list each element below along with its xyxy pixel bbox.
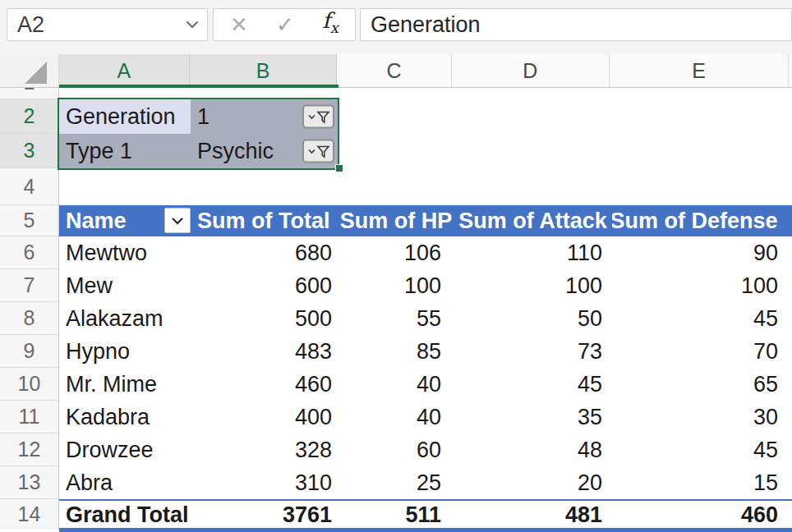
generation-filter-button[interactable] bbox=[302, 105, 334, 129]
row-header-2[interactable]: 2 bbox=[0, 99, 58, 134]
cell-reference: A2 bbox=[17, 12, 44, 38]
row-1[interactable] bbox=[59, 88, 792, 99]
attack-cell[interactable]: 50 bbox=[454, 302, 612, 335]
row-header-9[interactable]: 9 bbox=[0, 335, 58, 368]
filter-funnel-icon bbox=[307, 109, 330, 124]
cancel-icon[interactable]: ✕ bbox=[230, 9, 248, 40]
name-filter-dropdown-button[interactable] bbox=[164, 208, 191, 233]
hp-cell[interactable]: 60 bbox=[338, 433, 454, 466]
fill-handle[interactable] bbox=[335, 164, 343, 172]
defense-cell[interactable]: 30 bbox=[612, 401, 792, 433]
hp-cell[interactable]: 55 bbox=[338, 302, 454, 335]
name-cell[interactable]: Mew bbox=[59, 269, 191, 302]
pivot-data-row: Drowzee 328 60 48 45 bbox=[59, 433, 792, 466]
filter-funnel-icon bbox=[307, 144, 330, 158]
row-4[interactable] bbox=[59, 168, 792, 205]
cell-B2-filter-value[interactable]: 1 bbox=[191, 99, 338, 134]
total-cell[interactable]: 680 bbox=[191, 236, 338, 269]
formula-input[interactable]: Generation bbox=[360, 8, 792, 41]
total-cell[interactable]: 460 bbox=[191, 368, 338, 401]
attack-cell[interactable]: 100 bbox=[454, 269, 612, 302]
pivot-header-hp[interactable]: Sum of HP bbox=[338, 205, 454, 236]
chevron-down-icon bbox=[171, 217, 184, 225]
name-cell[interactable]: Abra bbox=[59, 466, 191, 499]
attack-cell[interactable]: 35 bbox=[454, 401, 612, 433]
attack-cell[interactable]: 73 bbox=[454, 335, 612, 368]
attack-cell[interactable]: 45 bbox=[454, 368, 612, 401]
type1-filter-button[interactable] bbox=[302, 140, 334, 163]
formula-bar-area: A2 ✕ ✓ fx Generation bbox=[0, 0, 792, 54]
confirm-icon[interactable]: ✓ bbox=[276, 9, 294, 40]
hp-cell[interactable]: 40 bbox=[338, 368, 454, 401]
column-header-B[interactable]: B bbox=[190, 54, 337, 87]
total-cell[interactable]: 483 bbox=[191, 335, 338, 368]
defense-cell[interactable]: 45 bbox=[612, 302, 792, 335]
total-cell[interactable]: 310 bbox=[191, 466, 338, 499]
row-header-4[interactable]: 4 bbox=[0, 168, 58, 205]
defense-cell[interactable]: 15 bbox=[612, 466, 792, 499]
hp-cell[interactable]: 25 bbox=[338, 466, 454, 499]
pivot-data-row: Abra 310 25 20 15 bbox=[59, 466, 792, 499]
defense-cell[interactable]: 100 bbox=[612, 269, 792, 302]
total-cell[interactable]: 500 bbox=[191, 302, 338, 335]
row-header-3[interactable]: 3 bbox=[0, 134, 58, 168]
row-header-6[interactable]: 6 bbox=[0, 236, 58, 269]
name-box[interactable]: A2 bbox=[7, 8, 208, 41]
pivot-header-total[interactable]: Sum of Total bbox=[191, 205, 338, 236]
column-header-D[interactable]: D bbox=[452, 54, 610, 87]
grand-total-label[interactable]: Grand Total bbox=[59, 501, 191, 530]
total-cell[interactable]: 400 bbox=[191, 401, 338, 433]
row-header-13[interactable]: 13 bbox=[0, 466, 58, 499]
attack-cell[interactable]: 110 bbox=[454, 236, 612, 269]
row-header-12[interactable]: 12 bbox=[0, 433, 58, 466]
name-cell[interactable]: Hypno bbox=[59, 335, 191, 368]
column-header-E[interactable]: E bbox=[610, 54, 789, 87]
grand-total-hp[interactable]: 511 bbox=[338, 501, 454, 530]
name-cell[interactable]: Kadabra bbox=[59, 401, 191, 433]
hp-cell[interactable]: 40 bbox=[338, 401, 454, 433]
total-cell[interactable]: 328 bbox=[191, 433, 338, 466]
cells-area: Generation 1 Type 1 Psychic bbox=[59, 88, 792, 532]
pivot-header-name[interactable]: Name bbox=[59, 205, 191, 236]
cell-A2-filter-label[interactable]: Generation bbox=[59, 99, 191, 134]
pivot-data-row: Mr. Mime 460 40 45 65 bbox=[59, 368, 792, 401]
row-header-5[interactable]: 5 bbox=[0, 205, 58, 236]
select-all-triangle-icon bbox=[25, 62, 47, 84]
attack-cell[interactable]: 48 bbox=[454, 433, 612, 466]
defense-cell[interactable]: 45 bbox=[612, 433, 792, 466]
column-header-A[interactable]: A bbox=[59, 54, 190, 87]
row-header-1[interactable]: 1 bbox=[0, 88, 58, 99]
pivot-data-row: Mew 600 100 100 100 bbox=[59, 269, 792, 302]
row-header-14[interactable]: 14 bbox=[0, 499, 58, 530]
defense-cell[interactable]: 70 bbox=[612, 335, 792, 368]
sheet-grid: 1 2 3 4 5 6 7 8 9 10 11 12 13 14 Generat… bbox=[0, 88, 792, 532]
hp-cell[interactable]: 106 bbox=[338, 236, 454, 269]
defense-cell[interactable]: 65 bbox=[612, 368, 792, 401]
row-header-10[interactable]: 10 bbox=[0, 368, 58, 401]
cell-B3-filter-value[interactable]: Psychic bbox=[191, 134, 338, 168]
select-all-button[interactable] bbox=[0, 54, 59, 87]
name-cell[interactable]: Alakazam bbox=[59, 302, 191, 335]
pivot-header-defense[interactable]: Sum of Defense bbox=[612, 205, 792, 236]
grand-total-attack[interactable]: 481 bbox=[454, 501, 612, 530]
name-box-chevron-icon[interactable] bbox=[186, 21, 199, 29]
name-cell[interactable]: Mewtwo bbox=[59, 236, 191, 269]
hp-cell[interactable]: 100 bbox=[338, 269, 454, 302]
attack-cell[interactable]: 20 bbox=[454, 466, 612, 499]
row-header-7[interactable]: 7 bbox=[0, 269, 58, 302]
name-cell[interactable]: Drowzee bbox=[59, 433, 191, 466]
grand-total-total[interactable]: 3761 bbox=[191, 501, 338, 530]
formula-text: Generation bbox=[371, 12, 481, 38]
row-header-8[interactable]: 8 bbox=[0, 302, 58, 335]
insert-function-icon[interactable]: fx bbox=[322, 5, 338, 44]
row-header-11[interactable]: 11 bbox=[0, 401, 58, 433]
pivot-header-attack[interactable]: Sum of Attack bbox=[454, 205, 612, 236]
spreadsheet-app: A2 ✕ ✓ fx Generation A B C D E 1 bbox=[0, 0, 792, 532]
hp-cell[interactable]: 85 bbox=[338, 335, 454, 368]
cell-A3-filter-label[interactable]: Type 1 bbox=[59, 134, 191, 168]
column-header-C[interactable]: C bbox=[337, 54, 451, 87]
defense-cell[interactable]: 90 bbox=[612, 236, 792, 269]
name-cell[interactable]: Mr. Mime bbox=[59, 368, 191, 401]
total-cell[interactable]: 600 bbox=[191, 269, 338, 302]
grand-total-defense[interactable]: 460 bbox=[612, 501, 792, 530]
